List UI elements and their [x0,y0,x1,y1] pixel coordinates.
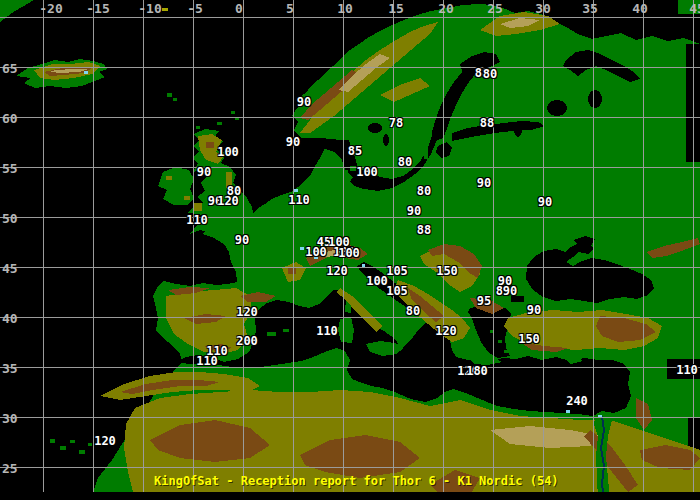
reception-point: 78 [389,117,403,129]
massif-central-brown [288,268,296,274]
reception-point: 95 [477,295,491,307]
island-cyclades-2 [498,340,502,343]
reception-point: 110 [676,364,698,376]
reception-point: 80 [417,185,431,197]
reception-point: 150 [518,333,540,345]
lon-axis-label: 20 [438,2,454,15]
island-minorca [283,329,289,332]
reception-point: 90 [235,234,249,246]
lon-axis-label: -10 [138,2,161,15]
reception-point: 90 [286,136,300,148]
reception-point: 90 [297,96,311,108]
lake-ladoga [547,100,567,116]
lat-axis-label: 55 [2,162,18,175]
reception-point: 100 [305,246,327,258]
ireland-hills-2 [184,196,190,200]
lon-axis-label: 0 [235,2,243,15]
reception-point: 90 [407,205,421,217]
lat-axis-label: 45 [2,262,18,275]
reception-point: 90 [503,285,517,297]
lon-axis-label: 10 [337,2,353,15]
lat-axis-label: 65 [2,62,18,75]
island-zealand [350,166,356,171]
satellite-position-marker [162,8,168,11]
lon-axis-label: -20 [39,2,62,15]
island-majorca [267,332,276,336]
reception-point: 150 [436,265,458,277]
ireland-hills-1 [166,176,172,180]
reception-point: 110 [316,325,338,337]
reception-point: 200 [236,335,258,347]
reception-point: 120 [217,195,239,207]
lon-axis-label: 45 [689,2,700,15]
lat-axis-label: 50 [2,212,18,225]
reception-point: 110 [196,355,218,367]
reception-point: 240 [566,395,588,407]
lake-peipus [514,123,522,137]
reception-point: 120 [236,306,258,318]
island-rhodes [504,350,509,353]
wales-olive [193,203,202,211]
island-funen [344,170,348,174]
reception-point: 90 [197,166,211,178]
island-sardinia [338,317,354,343]
lat-axis-label: 30 [2,412,18,425]
lon-axis-label: 40 [632,2,648,15]
lake-vanern [368,123,382,133]
island-gotland [424,148,428,159]
reception-point: 180 [466,365,488,377]
reception-point: 85 [348,145,362,157]
reception-point: 120 [94,435,116,447]
reception-point: 105 [386,285,408,297]
reception-point: 80 [483,68,497,80]
lon-axis-label: 25 [487,2,503,15]
reception-point: 120 [326,265,348,277]
reception-point: 88 [417,224,431,236]
lon-axis-label: 5 [286,2,294,15]
lon-axis-label: 15 [388,2,404,15]
lat-axis-label: 60 [2,112,18,125]
reception-point: 80 [398,156,412,168]
lon-axis-label: -5 [187,2,203,15]
lake-onega [588,90,602,108]
scotland-brown [206,142,214,148]
reception-point: 90 [477,177,491,189]
reception-point: 80 [406,305,420,317]
lat-axis-label: 35 [2,362,18,375]
reception-point: 110 [186,214,208,226]
reception-map-screen: -20-15-10-5051015202530354045 6560555045… [0,0,700,500]
reception-point: 100 [338,247,360,259]
reception-point: 100 [217,146,239,158]
reception-point: 105 [386,265,408,277]
reception-point: 90 [527,304,541,316]
bottom-black-bar [0,492,700,500]
lon-axis-label: 30 [535,2,551,15]
lat-axis-label: 40 [2,312,18,325]
reception-point: 100 [356,166,378,178]
reception-point: 90 [538,196,552,208]
lake-vattern [383,134,389,146]
lon-axis-label: 35 [582,2,598,15]
reception-point: 100 [366,275,388,287]
reception-point: 88 [480,117,494,129]
map-title: KingOfSat - Reception report for Thor 6 … [154,475,559,488]
lat-axis-label: 25 [2,462,18,475]
lon-axis-label: -15 [86,2,109,15]
reception-point: 120 [435,325,457,337]
reception-point: 110 [288,194,310,206]
